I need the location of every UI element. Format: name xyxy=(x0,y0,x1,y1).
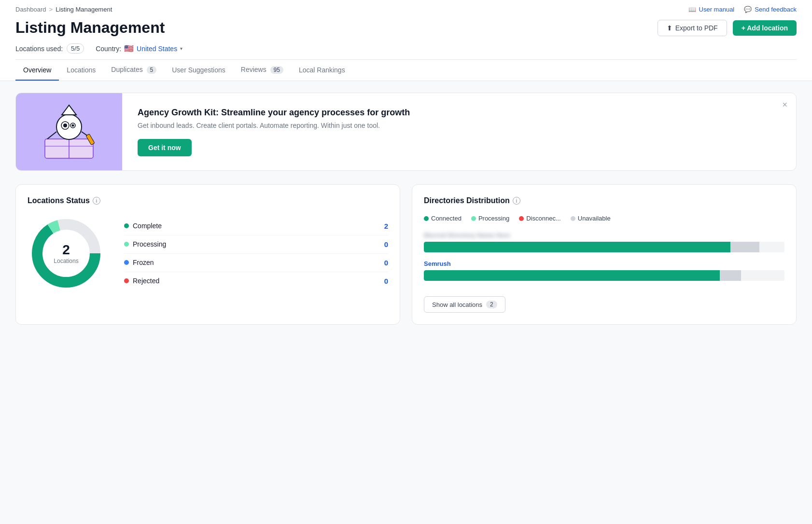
show-all-label: Show all locations xyxy=(432,301,482,308)
dir-bar-label-blurred: Blurred Directory Name Here xyxy=(424,232,784,239)
dir-bar-track-semrush xyxy=(424,270,784,281)
tab-locations[interactable]: Locations xyxy=(59,60,103,81)
processing-value: 0 xyxy=(384,240,388,248)
user-manual-label: User manual xyxy=(699,6,735,13)
frozen-dot xyxy=(124,260,129,265)
unavailable-dot xyxy=(571,216,575,221)
connected-dot xyxy=(424,216,429,221)
add-location-button[interactable]: + Add location xyxy=(733,20,797,36)
tab-reviews[interactable]: Reviews 95 xyxy=(233,60,291,81)
promo-content: Agency Growth Kit: Streamline your agenc… xyxy=(122,94,796,170)
disconnected-dot xyxy=(519,216,524,221)
svg-line-9 xyxy=(47,132,56,139)
add-location-label: + Add location xyxy=(742,24,788,32)
connected-label: Connected xyxy=(431,215,462,222)
tab-duplicates[interactable]: Duplicates 5 xyxy=(103,60,164,81)
directories-title: Directories Distribution xyxy=(424,196,510,205)
svg-point-5 xyxy=(63,124,67,127)
dir-bar-row-1: Blurred Directory Name Here xyxy=(424,232,784,252)
send-feedback-label: Send feedback xyxy=(755,6,797,13)
legend-unavailable: Unavailable xyxy=(571,215,611,222)
rejected-value: 0 xyxy=(384,277,388,285)
flag-icon: 🇺🇸 xyxy=(124,44,134,53)
export-pdf-button[interactable]: ⬆ Export to PDF xyxy=(658,20,727,36)
chat-icon: 💬 xyxy=(744,6,752,13)
reviews-badge: 95 xyxy=(270,66,283,74)
user-manual-link[interactable]: 📖 User manual xyxy=(688,6,735,13)
promo-description: Get inbound leads. Create client portals… xyxy=(138,122,781,129)
book-icon: 📖 xyxy=(688,6,696,13)
dir-bar-connected-semrush xyxy=(424,270,720,281)
dir-bar-label-semrush: Semrush xyxy=(424,260,784,267)
promo-image xyxy=(16,93,122,170)
send-feedback-link[interactable]: 💬 Send feedback xyxy=(744,6,797,13)
upload-icon: ⬆ xyxy=(667,24,672,32)
directories-distribution-card: Directories Distribution i Connected Pro… xyxy=(412,184,797,325)
rejected-label: Rejected xyxy=(133,277,159,285)
breadcrumb-current: Listing Management xyxy=(56,6,112,13)
legend-connected: Connected xyxy=(424,215,462,222)
tab-overview[interactable]: Overview xyxy=(15,60,59,81)
dir-bar-connected-1 xyxy=(424,242,730,252)
legend-disconnected: Disconnec... xyxy=(519,215,561,222)
locations-status-title: Locations Status xyxy=(28,196,90,205)
locations-used: Locations used: 5/5 xyxy=(15,43,84,54)
donut-total: 2 xyxy=(54,242,78,258)
page-title: Listing Management xyxy=(15,19,165,37)
processing-dir-dot xyxy=(471,216,476,221)
duplicates-badge: 5 xyxy=(147,66,157,74)
donut-chart: 2 Locations xyxy=(28,215,105,292)
locations-status-info-icon[interactable]: i xyxy=(93,197,100,205)
dir-bar-track-1 xyxy=(424,242,784,252)
dir-bar-unavailable-1 xyxy=(730,242,759,252)
chevron-down-icon: ▾ xyxy=(180,46,182,51)
legend-frozen: Frozen 0 xyxy=(124,254,388,272)
legend-rejected: Rejected 0 xyxy=(124,272,388,290)
dir-bar-row-semrush: Semrush xyxy=(424,260,784,281)
breadcrumb-sep: > xyxy=(49,6,53,13)
frozen-label: Frozen xyxy=(133,259,154,266)
show-all-count: 2 xyxy=(486,301,497,308)
legend-processing-dir: Processing xyxy=(471,215,509,222)
breadcrumb: Dashboard > Listing Management xyxy=(15,6,112,13)
country-selector[interactable]: Country: 🇺🇸 United States ▾ xyxy=(96,44,182,53)
donut-label: Locations xyxy=(54,258,78,264)
show-all-locations-button[interactable]: Show all locations 2 xyxy=(424,296,505,313)
status-legend: Complete 2 Processing 0 xyxy=(124,217,388,290)
export-label: Export to PDF xyxy=(675,24,718,32)
dir-bar-unavailable-semrush xyxy=(720,270,742,281)
processing-dot xyxy=(124,242,129,247)
frozen-value: 0 xyxy=(384,259,388,267)
legend-complete: Complete 2 xyxy=(124,217,388,235)
country-name: United States xyxy=(137,45,177,53)
tab-local-rankings[interactable]: Local Rankings xyxy=(291,60,353,81)
complete-dot xyxy=(124,223,129,228)
processing-dir-label: Processing xyxy=(478,215,509,222)
directories-legend: Connected Processing Disconnec... Unavai… xyxy=(424,215,784,222)
country-label: Country: xyxy=(96,45,121,53)
locations-count-badge: 5/5 xyxy=(67,43,84,54)
locations-used-label: Locations used: xyxy=(15,45,63,53)
tab-bar: Overview Locations Duplicates 5 User Sug… xyxy=(15,59,797,81)
promo-close-button[interactable]: × xyxy=(782,100,787,110)
unavailable-label: Unavailable xyxy=(578,215,611,222)
locations-status-card: Locations Status i 2 Locations xyxy=(15,184,400,325)
rejected-dot xyxy=(124,278,129,283)
processing-label: Processing xyxy=(133,240,166,248)
complete-label: Complete xyxy=(133,222,162,230)
directories-info-icon[interactable]: i xyxy=(513,197,520,205)
disconnected-label: Disconnec... xyxy=(526,215,561,222)
promo-title: Agency Growth Kit: Streamline your agenc… xyxy=(138,108,781,118)
svg-point-7 xyxy=(72,124,74,127)
legend-processing: Processing 0 xyxy=(124,235,388,254)
svg-marker-8 xyxy=(62,105,76,115)
promo-cta-button[interactable]: Get it now xyxy=(138,139,192,156)
complete-value: 2 xyxy=(384,222,388,230)
promo-banner: Agency Growth Kit: Streamline your agenc… xyxy=(15,93,797,171)
tab-user-suggestions[interactable]: User Suggestions xyxy=(164,60,233,81)
breadcrumb-home[interactable]: Dashboard xyxy=(15,6,46,13)
